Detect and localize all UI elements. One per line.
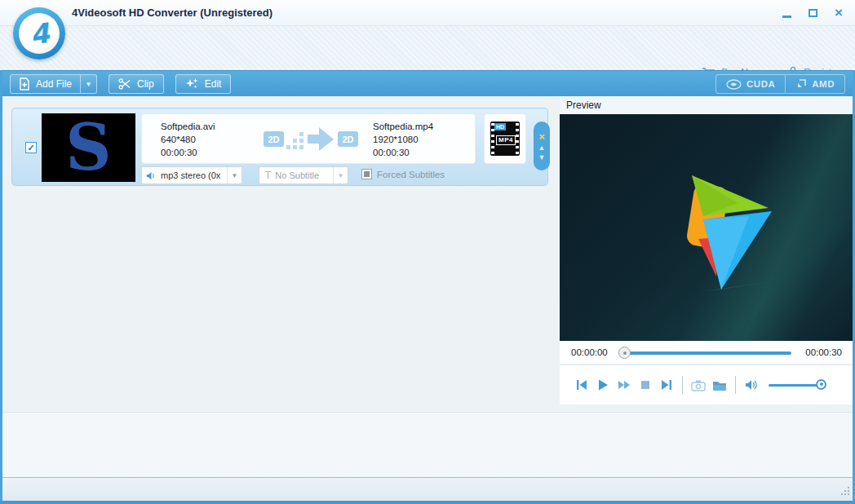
video-thumbnail: S bbox=[42, 113, 135, 182]
move-down-icon[interactable]: ▼ bbox=[538, 153, 546, 161]
controls-divider bbox=[735, 376, 736, 394]
camera-icon bbox=[691, 379, 706, 391]
forced-subtitles-box bbox=[361, 169, 372, 179]
output-settings-bar: Profile: HD MP4 HD MPEG-4 Video (*.mp4) … bbox=[0, 412, 855, 477]
maximize-button[interactable] bbox=[806, 7, 819, 20]
close-icon: × bbox=[835, 7, 843, 20]
volume-slider[interactable] bbox=[769, 384, 821, 387]
volume-icon bbox=[745, 378, 759, 391]
output-file-info: Softpedia.mp4 1920*1080 00:00:30 bbox=[373, 120, 433, 159]
status-bar bbox=[0, 477, 855, 501]
app-logo-icon: 4 bbox=[13, 7, 65, 60]
speaker-icon bbox=[146, 170, 157, 181]
amd-icon bbox=[795, 78, 807, 90]
conversion-arrow-icon bbox=[286, 124, 335, 155]
move-up-icon[interactable]: ▲ bbox=[538, 144, 546, 152]
window-frame-left bbox=[0, 70, 2, 504]
add-file-button[interactable]: Add File bbox=[11, 75, 80, 93]
preview-title: Preview bbox=[566, 99, 601, 111]
conversion-info-box: Softpedia.avi 640*480 00:00:30 2D 2D Sof… bbox=[141, 113, 476, 164]
next-icon bbox=[660, 378, 673, 391]
output-format-box: HD MP4 bbox=[484, 113, 526, 164]
add-file-icon bbox=[19, 77, 30, 91]
maximize-icon bbox=[808, 9, 817, 17]
main-toolbar: Add File ▼ Clip Edit bbox=[0, 70, 855, 96]
stop-button[interactable] bbox=[635, 376, 656, 394]
source-file-name: Softpedia.avi bbox=[161, 122, 215, 131]
minimize-icon bbox=[782, 15, 791, 18]
next-button[interactable] bbox=[656, 376, 677, 394]
nvidia-cuda-icon bbox=[726, 79, 742, 90]
file-checkbox-checked[interactable]: ✓ bbox=[25, 142, 37, 153]
subtitle-select[interactable]: T No Subtitle ▼ bbox=[259, 166, 348, 184]
app-window: 4Videosoft HD Converter (Unregistered) ×… bbox=[0, 0, 855, 504]
fast-forward-icon bbox=[618, 378, 631, 391]
remove-file-icon[interactable]: × bbox=[538, 131, 545, 142]
preview-header: Preview bbox=[560, 96, 855, 114]
output-2d-badge: 2D bbox=[338, 131, 358, 147]
seek-slider-thumb[interactable] bbox=[618, 347, 631, 359]
row-actions-pill: × ▲ ▼ bbox=[534, 122, 550, 170]
magic-stars-icon bbox=[185, 77, 199, 91]
preview-timeline: 00:00:00 00:00:30 bbox=[560, 341, 855, 365]
total-time: 00:00:30 bbox=[805, 347, 842, 357]
audio-track-select[interactable]: mp3 stereo (0x ▼ bbox=[141, 166, 242, 184]
source-2d-badge: 2D bbox=[264, 131, 284, 147]
preview-video-area bbox=[560, 114, 855, 341]
gpu-button-group: CUDA AMD bbox=[715, 74, 845, 94]
video-play-logo-icon bbox=[653, 167, 775, 294]
audio-track-value: mp3 stereo (0x bbox=[157, 170, 227, 180]
output-file-name: Softpedia.mp4 bbox=[373, 122, 433, 131]
source-duration: 00:00:30 bbox=[161, 148, 197, 157]
close-button[interactable]: × bbox=[832, 7, 845, 20]
add-file-split-button: Add File ▼ bbox=[10, 74, 97, 94]
subtitle-t-icon: T bbox=[259, 170, 271, 181]
scissors-icon bbox=[118, 77, 131, 91]
resize-grip[interactable] bbox=[848, 493, 849, 495]
amd-button[interactable]: AMD bbox=[785, 75, 844, 93]
title-bar: 4Videosoft HD Converter (Unregistered) × bbox=[0, 0, 855, 26]
subtitle-dropdown-arrow: ▼ bbox=[333, 167, 348, 183]
forced-subtitles-checkbox[interactable]: Forced Subtitles bbox=[361, 169, 445, 179]
subtitle-value: No Subtitle bbox=[271, 170, 333, 180]
hd-mp4-format-icon: HD MP4 bbox=[490, 122, 520, 156]
clip-button[interactable]: Clip bbox=[109, 74, 164, 94]
add-file-dropdown-arrow[interactable]: ▼ bbox=[80, 75, 96, 93]
source-file-info: Softpedia.avi 640*480 00:00:30 bbox=[161, 120, 215, 159]
play-button[interactable] bbox=[592, 376, 614, 394]
cuda-button[interactable]: CUDA bbox=[716, 75, 785, 93]
output-duration: 00:00:30 bbox=[373, 148, 410, 157]
folder-icon bbox=[712, 379, 727, 391]
source-resolution: 640*480 bbox=[161, 135, 196, 144]
play-icon bbox=[596, 378, 609, 391]
file-list-item[interactable]: ✓ S Softpedia.avi 640*480 00:00:30 2D 2D bbox=[11, 108, 548, 186]
open-snapshot-folder-button[interactable] bbox=[709, 376, 730, 394]
window-frame-bottom bbox=[0, 501, 855, 504]
forced-subtitles-label: Forced Subtitles bbox=[377, 170, 445, 179]
fast-forward-button[interactable] bbox=[614, 376, 635, 394]
seek-slider[interactable] bbox=[620, 351, 791, 355]
menu-bar: File Edit Tools Help Buy Now Register bbox=[0, 26, 855, 70]
volume-slider-thumb[interactable] bbox=[816, 379, 826, 390]
controls-divider bbox=[682, 376, 683, 394]
snapshot-button[interactable] bbox=[688, 376, 709, 394]
edit-button[interactable]: Edit bbox=[175, 74, 232, 94]
mute-button[interactable] bbox=[741, 376, 762, 394]
previous-frame-icon bbox=[575, 378, 588, 391]
output-resolution: 1920*1080 bbox=[373, 135, 419, 144]
previous-frame-button[interactable] bbox=[571, 376, 592, 394]
playback-controls bbox=[560, 365, 855, 405]
stop-icon bbox=[639, 378, 652, 391]
window-title: 4Videosoft HD Converter (Unregistered) bbox=[72, 7, 272, 19]
audio-dropdown-arrow: ▼ bbox=[227, 167, 241, 183]
current-time: 00:00:00 bbox=[571, 347, 608, 357]
minimize-button[interactable] bbox=[780, 7, 793, 20]
